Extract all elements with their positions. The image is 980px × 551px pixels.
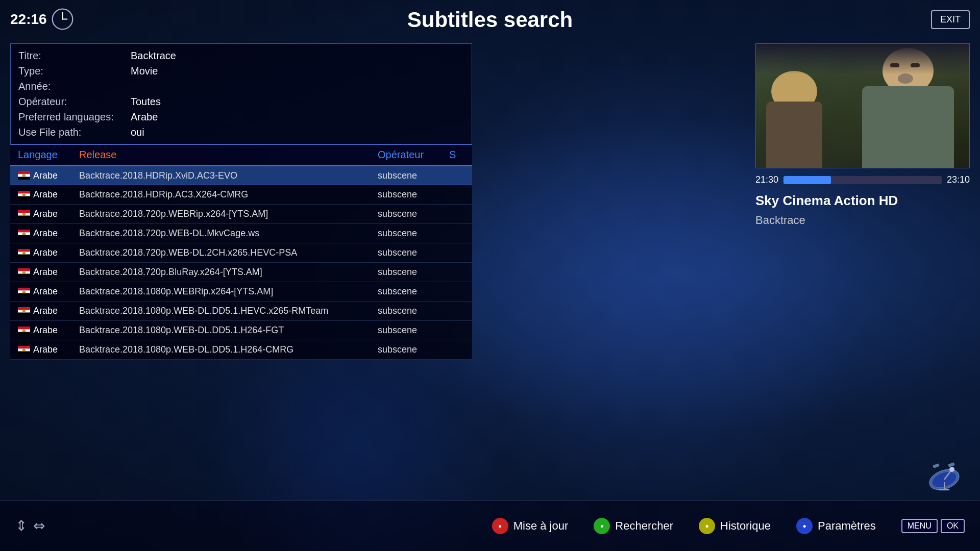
svg-rect-47	[933, 463, 939, 468]
bottom-actions: ● Mise à jour ● Rechercher ● Historique …	[492, 518, 965, 534]
table-row[interactable]: ArabeBacktrace.2018.1080p.WEB-DL.DD5.1.H…	[10, 321, 472, 340]
progress-bar-container	[783, 176, 942, 184]
cell-langage: Arabe	[18, 306, 79, 316]
svg-rect-9	[18, 196, 30, 198]
lang-text: Arabe	[33, 189, 58, 200]
svg-rect-19	[18, 249, 30, 252]
table-row[interactable]: ArabeBacktrace.2018.720p.WEBRip.x264-[YT…	[10, 205, 472, 224]
exit-button[interactable]: EXIT	[931, 10, 970, 29]
nav-arrows: ⇕ ⇔	[15, 517, 45, 534]
info-row-annee: Année:	[11, 79, 472, 94]
annee-label: Année:	[18, 81, 131, 92]
info-row-filepath: Use File path: oui	[11, 124, 472, 140]
cell-langage: Arabe	[18, 325, 79, 336]
action-historique[interactable]: ● Historique	[699, 518, 771, 534]
lang-text: Arabe	[33, 228, 58, 239]
action-rechercher[interactable]: ● Rechercher	[594, 518, 673, 534]
type-value: Movie	[131, 65, 158, 77]
updown-arrow-icon: ⇕	[15, 517, 27, 534]
svg-rect-23	[18, 268, 30, 271]
svg-rect-17	[18, 235, 30, 237]
cell-release: Backtrace.2018.720p.WEB-DL.2CH.x265.HEVC…	[79, 247, 378, 258]
flag-icon	[18, 191, 30, 199]
info-row-operateur: Opérateur: Toutes	[11, 94, 472, 109]
table-row[interactable]: ArabeBacktrace.2018.720p.BluRay.x264-[YT…	[10, 263, 472, 282]
lang-text: Arabe	[33, 267, 58, 278]
cell-langage: Arabe	[18, 267, 79, 278]
svg-rect-11	[18, 210, 30, 213]
action3-label: Historique	[720, 519, 771, 533]
cell-operateur: subscene	[378, 170, 449, 181]
svg-rect-29	[18, 293, 30, 295]
action4-label: Paramètres	[818, 519, 876, 533]
flag-icon	[18, 268, 30, 277]
table-row[interactable]: ArabeBacktrace.2018.HDRip.AC3.X264-CMRGs…	[10, 185, 472, 205]
cell-langage: Arabe	[18, 228, 79, 239]
table-row[interactable]: ArabeBacktrace.2018.HDRip.XviD.AC3-EVOsu…	[10, 166, 472, 185]
table-row[interactable]: ArabeBacktrace.2018.1080p.WEB-DL.DD5.1.H…	[10, 340, 472, 360]
table-row[interactable]: ArabeBacktrace.2018.1080p.WEBRip.x264-[Y…	[10, 282, 472, 302]
type-label: Type:	[18, 65, 131, 77]
now-playing-title: Backtrace	[755, 214, 970, 227]
titre-value: Backtrace	[131, 50, 176, 62]
svg-rect-10	[22, 194, 26, 196]
table-row[interactable]: ArabeBacktrace.2018.1080p.WEB-DL.DD5.1.H…	[10, 302, 472, 321]
svg-rect-6	[22, 174, 26, 177]
blue-button[interactable]: ●	[796, 518, 813, 534]
cell-release: Backtrace.2018.1080p.WEB-DL.DD5.1.H264-F…	[79, 325, 378, 336]
action-parametres[interactable]: ● Paramètres	[796, 518, 876, 534]
svg-rect-13	[18, 215, 30, 218]
lang-text: Arabe	[33, 306, 58, 316]
languages-value: Arabe	[131, 111, 158, 123]
cell-release: Backtrace.2018.HDRip.XviD.AC3-EVO	[79, 170, 378, 181]
action2-label: Rechercher	[615, 519, 673, 533]
ok-button[interactable]: OK	[941, 519, 965, 533]
cell-release: Backtrace.2018.HDRip.AC3.X264-CMRG	[79, 189, 378, 200]
right-panel: 21:30 23:10 Sky Cinema Action HD Backtra…	[755, 43, 970, 227]
action-mise-a-jour[interactable]: ● Mise à jour	[492, 518, 569, 534]
cell-operateur: subscene	[378, 344, 449, 355]
yellow-button[interactable]: ●	[699, 518, 715, 534]
table-row[interactable]: ArabeBacktrace.2018.720p.WEB-DL.MkvCage.…	[10, 224, 472, 243]
operateur-label: Opérateur:	[18, 96, 131, 108]
svg-rect-7	[18, 191, 30, 193]
svg-rect-31	[18, 307, 30, 310]
svg-rect-38	[22, 330, 26, 332]
col-release-header: Release	[79, 149, 378, 161]
svg-point-46	[949, 467, 954, 472]
svg-rect-42	[22, 349, 26, 351]
menu-ok-area: MENU OK	[901, 519, 965, 533]
svg-rect-48	[948, 462, 954, 467]
svg-rect-14	[22, 213, 26, 215]
green-button[interactable]: ●	[594, 518, 610, 534]
svg-rect-30	[22, 291, 26, 293]
col-langage-header: Langage	[18, 149, 79, 161]
lang-text: Arabe	[33, 170, 58, 181]
flag-icon	[18, 327, 30, 335]
progress-area: 21:30 23:10	[755, 174, 970, 185]
col-s-header: S	[449, 149, 464, 161]
flag-icon	[18, 210, 30, 218]
operateur-value: Toutes	[131, 96, 161, 108]
col-operateur-header: Opérateur	[378, 149, 449, 161]
cell-operateur: subscene	[378, 247, 449, 258]
red-button[interactable]: ●	[492, 518, 508, 534]
svg-rect-22	[22, 252, 26, 254]
flag-icon	[18, 230, 30, 238]
svg-rect-33	[18, 312, 30, 315]
cell-operateur: subscene	[378, 286, 449, 297]
progress-end-time: 23:10	[947, 174, 970, 185]
cell-release: Backtrace.2018.720p.WEB-DL.MkvCage.ws	[79, 228, 378, 239]
video-scene	[756, 44, 969, 168]
cell-release: Backtrace.2018.720p.WEBRip.x264-[YTS.AM]	[79, 209, 378, 219]
svg-rect-3	[18, 171, 30, 174]
cell-release: Backtrace.2018.1080p.WEB-DL.DD5.1.H264-C…	[79, 344, 378, 355]
menu-button[interactable]: MENU	[901, 519, 938, 533]
svg-rect-41	[18, 351, 30, 354]
cell-operateur: subscene	[378, 228, 449, 239]
action1-label: Mise à jour	[513, 519, 569, 533]
svg-rect-15	[18, 230, 30, 232]
table-row[interactable]: ArabeBacktrace.2018.720p.WEB-DL.2CH.x265…	[10, 243, 472, 263]
table-header: Langage Release Opérateur S	[10, 144, 472, 166]
bottom-bar: ⇕ ⇔ ● Mise à jour ● Rechercher ● Histori…	[0, 500, 980, 551]
